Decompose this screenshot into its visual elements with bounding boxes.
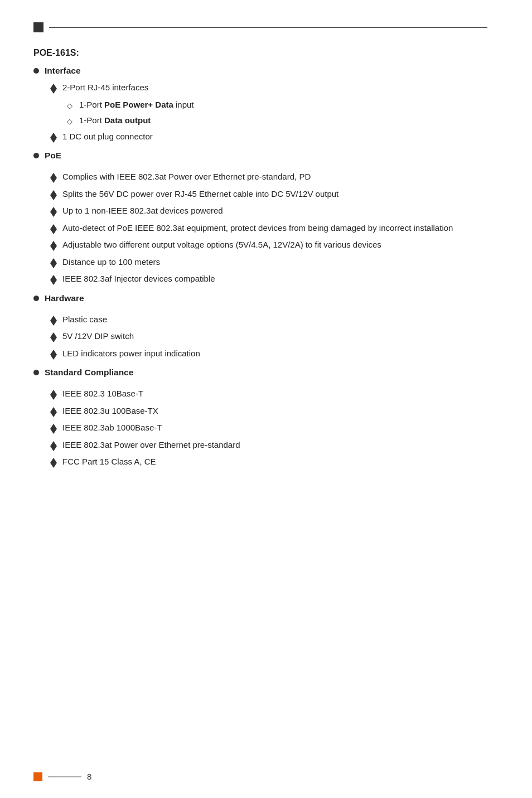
section-label-hardware: Hardware [45,293,84,303]
list-item: 1-Port PoE Power+ Data input [67,99,487,112]
list-item: IEEE 802.3 10Base-T [50,388,487,400]
diamond-bullet-icon [50,258,57,263]
list-item: FCC Part 15 Class A, CE [50,456,487,468]
item-text: 2-Port RJ-45 interfaces [62,81,487,94]
page-number: 8 [87,772,91,781]
item-text: IEEE 802.3at Power over Ethernet pre-sta… [62,439,487,452]
diamond-bullet-icon [50,316,57,321]
footer: 8 [0,772,532,781]
diamond-bullet-icon [50,190,57,195]
item-text: LED indicators power input indication [62,347,487,360]
item-text: IEEE 802.3af Injector devices compatible [62,273,487,286]
section-content-hardware: Plastic case 5V /12V DIP switch LED indi… [50,313,487,360]
diamond-bullet-icon [50,241,57,246]
bullet-circle-standard [33,370,39,375]
list-item: Adjustable two different output voltage … [50,239,487,252]
top-rule-line [49,27,487,28]
footer-square-icon [33,772,42,781]
bullet-circle-interface [33,68,39,74]
diamond-bullet-icon [50,275,57,280]
footer-rule-line [48,776,81,777]
list-item: IEEE 802.3u 100Base-TX [50,405,487,418]
list-item: IEEE 802.3at Power over Ethernet pre-sta… [50,439,487,452]
diamond-bullet-icon [50,84,57,89]
list-item: 1 DC out plug connector [50,130,487,143]
item-text: 1-Port Data output [79,114,151,127]
item-text: 1-Port PoE Power+ Data input [79,99,194,112]
sub-items-rj45: 1-Port PoE Power+ Data input 1-Port Data… [67,99,487,127]
bullet-circle-poe [33,153,39,158]
diamond-bullet-icon [50,458,57,463]
hollow-diamond-icon [67,116,74,123]
list-item: 5V /12V DIP switch [50,330,487,343]
diamond-bullet-icon [50,441,57,446]
section-label-standard: Standard Compliance [45,367,133,378]
diamond-bullet-icon [50,133,57,138]
list-item: Plastic case [50,313,487,326]
item-text: FCC Part 15 Class A, CE [62,456,487,468]
diamond-bullet-icon [50,424,57,429]
item-text: Adjustable two different output voltage … [62,239,487,252]
page-container: POE-161S: Interface 2-Port RJ-45 interfa… [0,0,532,798]
product-title: POE-161S: [33,48,487,58]
top-rule [33,22,487,32]
section-label-interface: Interface [45,66,81,76]
hollow-diamond-icon [67,100,74,107]
diamond-bullet-icon [50,224,57,229]
item-text: IEEE 802.3u 100Base-TX [62,405,487,418]
section-content-standard: IEEE 802.3 10Base-T IEEE 802.3u 100Base-… [50,388,487,468]
section-poe: PoE [33,151,487,161]
list-item: IEEE 802.3af Injector devices compatible [50,273,487,286]
diamond-bullet-icon [50,407,57,412]
item-text: Auto-detect of PoE IEEE 802.3at equipmen… [62,222,487,235]
diamond-bullet-icon [50,350,57,355]
list-item: LED indicators power input indication [50,347,487,360]
list-item: Splits the 56V DC power over RJ-45 Ether… [50,188,487,201]
bullet-circle-hardware [33,296,39,301]
section-content-poe: Complies with IEEE 802.3at Power over Et… [50,171,487,286]
section-hardware: Hardware [33,293,487,303]
list-item: Auto-detect of PoE IEEE 802.3at equipmen… [50,222,487,235]
item-text: Complies with IEEE 802.3at Power over Et… [62,171,487,183]
item-text: Plastic case [62,313,487,326]
top-rule-square [33,22,43,32]
item-text: 5V /12V DIP switch [62,330,487,343]
diamond-bullet-icon [50,207,57,212]
section-standard: Standard Compliance [33,367,487,378]
list-item: Distance up to 100 meters [50,256,487,269]
item-text: IEEE 802.3ab 1000Base-T [62,422,487,434]
item-text: Up to 1 non-IEEE 802.3at devices powered [62,205,487,217]
diamond-bullet-icon [50,390,57,395]
item-text: Splits the 56V DC power over RJ-45 Ether… [62,188,487,201]
list-item: Complies with IEEE 802.3at Power over Et… [50,171,487,183]
diamond-bullet-icon [50,332,57,337]
item-text: Distance up to 100 meters [62,256,487,269]
list-item: 2-Port RJ-45 interfaces [50,81,487,94]
item-text: IEEE 802.3 10Base-T [62,388,487,400]
section-content-interface: 2-Port RJ-45 interfaces 1-Port PoE Power… [50,81,487,143]
list-item: IEEE 802.3ab 1000Base-T [50,422,487,434]
item-text: 1 DC out plug connector [62,130,487,143]
section-interface: Interface [33,66,487,76]
diamond-bullet-icon [50,173,57,178]
list-item: 1-Port Data output [67,114,487,127]
section-label-poe: PoE [45,151,61,161]
list-item: Up to 1 non-IEEE 802.3at devices powered [50,205,487,217]
